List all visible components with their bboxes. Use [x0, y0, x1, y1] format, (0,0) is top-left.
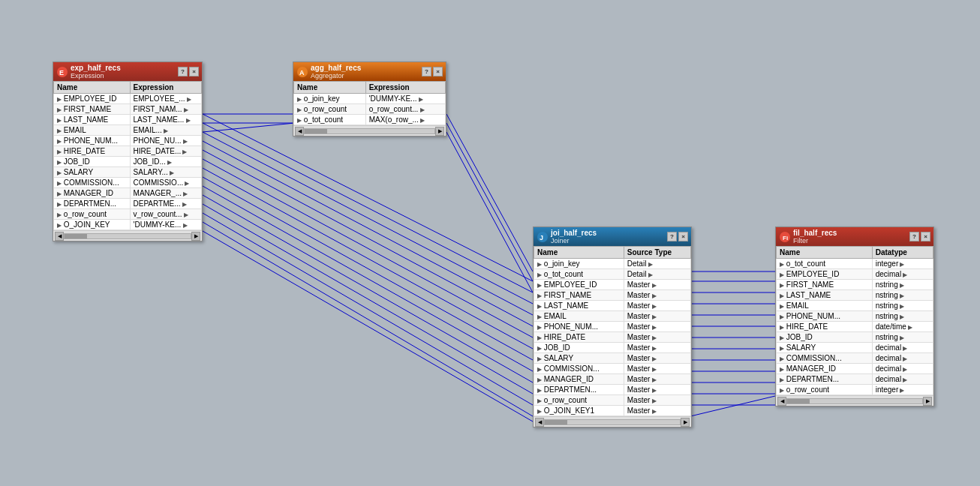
port-cell: ▶ o_tot_count	[534, 269, 624, 280]
joiner-close-btn[interactable]: ×	[678, 232, 688, 242]
aggregator-col-name: Name	[294, 82, 366, 94]
aggregator-icon: A	[296, 66, 308, 78]
port-cell: ▶ DEPARTMEN...	[534, 385, 624, 395]
table-row: ▶ LAST_NAME Master ▶	[534, 301, 691, 311]
svg-line-33	[690, 396, 775, 416]
expression-help-btn[interactable]: ?	[178, 67, 188, 76]
svg-text:Fi: Fi	[783, 235, 788, 242]
port-cell: ▶ SALARY	[54, 167, 131, 178]
aggregator-scroll-track[interactable]	[304, 128, 435, 134]
table-row: ▶ MANAGER_ID Master ▶	[534, 374, 691, 385]
table-row: ▶ LAST_NAME LAST_NAME... ▶	[54, 115, 202, 125]
table-row: ▶ O_JOIN_KEY1 Master ▶	[534, 406, 691, 416]
filter-scroll-left[interactable]: ◀	[777, 397, 786, 406]
port-cell: ▶ COMMISSION...	[777, 353, 873, 364]
table-row: ▶ o_tot_count Detail ▶	[534, 269, 691, 280]
port-cell: ▶ JOB_ID	[777, 332, 873, 343]
expression-content: Name Expression ▶ EMPLOYEE_ID EMPLOYEE_.…	[53, 81, 202, 230]
table-row: ▶ o_row_count integer ▶	[777, 385, 933, 395]
expression-scrollbar[interactable]: ◀ ▶	[53, 230, 202, 241]
table-row: ▶ EMPLOYEE_ID EMPLOYEE_... ▶	[54, 94, 202, 104]
expression-close-btn[interactable]: ×	[189, 67, 199, 76]
svg-line-18	[446, 123, 533, 281]
table-row: ▶ JOB_ID Master ▶	[534, 343, 691, 353]
table-row: ▶ HIRE_DATE date/time ▶	[777, 322, 933, 332]
expression-node[interactable]: E exp_half_recs Expression ? × Name Expr…	[53, 62, 203, 242]
filter-close-btn[interactable]: ×	[921, 232, 930, 242]
joiner-help-btn[interactable]: ?	[667, 232, 677, 242]
joiner-table: Name Source Type ▶ o_join_key Detail ▶ ▶…	[534, 246, 691, 416]
expression-scroll-track[interactable]	[64, 233, 191, 239]
port-cell: ▶ HIRE_DATE	[54, 146, 131, 157]
table-row: ▶ o_join_key 'DUMMY-KE... ▶	[294, 94, 446, 104]
table-row: ▶ JOB_ID nstring ▶	[777, 332, 933, 343]
port-cell: ▶ o_row_count	[777, 385, 873, 395]
filter-scroll-right[interactable]: ▶	[923, 397, 932, 406]
aggregator-titlebar: A agg_half_recs Aggregator ? ×	[293, 62, 446, 81]
table-row: ▶ COMMISSION... Master ▶	[534, 364, 691, 374]
expression-scroll-thumb	[65, 234, 87, 238]
port-cell: ▶ PHONE_NUM...	[54, 136, 131, 146]
svg-text:A: A	[299, 69, 305, 76]
joiner-node[interactable]: J joi_half_recs Joiner ? × Name Source T…	[533, 226, 692, 428]
port-cell: ▶ COMMISSION...	[534, 364, 624, 374]
table-row: ▶ LAST_NAME nstring ▶	[777, 290, 933, 301]
port-cell: ▶ JOB_ID	[534, 343, 624, 353]
joiner-scroll-right[interactable]: ▶	[681, 418, 690, 427]
svg-line-15	[203, 222, 533, 416]
svg-text:E: E	[59, 69, 64, 76]
table-row: ▶ SALARY Master ▶	[534, 353, 691, 364]
port-cell: ▶ DEPARTMEN...	[54, 199, 131, 209]
table-row: ▶ FIRST_NAME Master ▶	[534, 290, 691, 301]
port-cell: ▶ JOB_ID	[54, 157, 131, 167]
filter-scrollbar[interactable]: ◀ ▶	[776, 395, 933, 406]
expression-col-name: Name	[54, 82, 131, 94]
joiner-scroll-track[interactable]	[544, 419, 681, 425]
table-row: ▶ EMPLOYEE_ID Master ▶	[534, 280, 691, 290]
expression-scroll-right[interactable]: ▶	[191, 232, 200, 241]
aggregator-content: Name Expression ▶ o_join_key 'DUMMY-KE..…	[293, 81, 446, 125]
filter-node[interactable]: Fi fil_half_recs Filter ? × Name Datatyp…	[775, 226, 934, 406]
port-cell: ▶ EMAIL	[54, 125, 131, 136]
filter-icon: Fi	[779, 231, 791, 243]
joiner-scroll-left[interactable]: ◀	[535, 418, 544, 427]
port-cell: ▶ EMAIL	[534, 311, 624, 322]
aggregator-help-btn[interactable]: ?	[422, 67, 431, 76]
joiner-content: Name Source Type ▶ o_join_key Detail ▶ ▶…	[534, 246, 691, 416]
expression-col-expr: Expression	[130, 82, 201, 94]
expression-scroll-left[interactable]: ◀	[55, 232, 64, 241]
port-cell: ▶ MANAGER_ID	[534, 374, 624, 385]
table-row: ▶ PHONE_NUM... Master ▶	[534, 322, 691, 332]
port-cell: ▶ LAST_NAME	[534, 301, 624, 311]
table-row: ▶ SALARY SALARY... ▶	[54, 167, 202, 178]
table-row: ▶ MANAGER_ID decimal ▶	[777, 364, 933, 374]
filter-titlebar: Fi fil_half_recs Filter ? ×	[776, 227, 933, 246]
port-cell: ▶ EMPLOYEE_ID	[534, 280, 624, 290]
filter-scroll-track[interactable]	[786, 398, 923, 404]
svg-line-12	[203, 195, 533, 382]
table-row: ▶ o_row_count v_row_count... ▶	[54, 209, 202, 220]
aggregator-scroll-right[interactable]: ▶	[435, 127, 444, 136]
aggregator-close-btn[interactable]: ×	[433, 67, 443, 76]
filter-content: Name Datatype ▶ o_tot_count integer ▶ ▶ …	[776, 246, 933, 395]
table-row: ▶ o_row_count o_row_count... ▶	[294, 104, 446, 115]
port-cell: ▶ HIRE_DATE	[534, 332, 624, 343]
filter-node-name: fil_half_recs	[793, 229, 837, 237]
table-row: ▶ COMMISSION... COMMISSIO... ▶	[54, 178, 202, 188]
svg-line-13	[203, 204, 533, 394]
svg-line-5	[203, 132, 533, 304]
aggregator-scroll-left[interactable]: ◀	[295, 127, 304, 136]
aggregator-node[interactable]: A agg_half_recs Aggregator ? × Name Expr…	[293, 62, 446, 136]
aggregator-scrollbar[interactable]: ◀ ▶	[293, 125, 446, 136]
table-row: ▶ JOB_ID JOB_ID... ▶	[54, 157, 202, 167]
svg-line-11	[203, 186, 533, 371]
filter-help-btn[interactable]: ?	[909, 232, 919, 242]
port-cell: ▶ FIRST_NAME	[54, 104, 131, 115]
svg-text:J: J	[540, 234, 543, 242]
table-row: ▶ MANAGER_ID MANAGER_... ▶	[54, 188, 202, 199]
port-cell: ▶ MANAGER_ID	[777, 364, 873, 374]
svg-line-10	[203, 177, 533, 360]
joiner-scroll-thumb	[545, 420, 567, 424]
joiner-scrollbar[interactable]: ◀ ▶	[534, 416, 691, 427]
aggregator-node-name: agg_half_recs	[311, 64, 361, 72]
